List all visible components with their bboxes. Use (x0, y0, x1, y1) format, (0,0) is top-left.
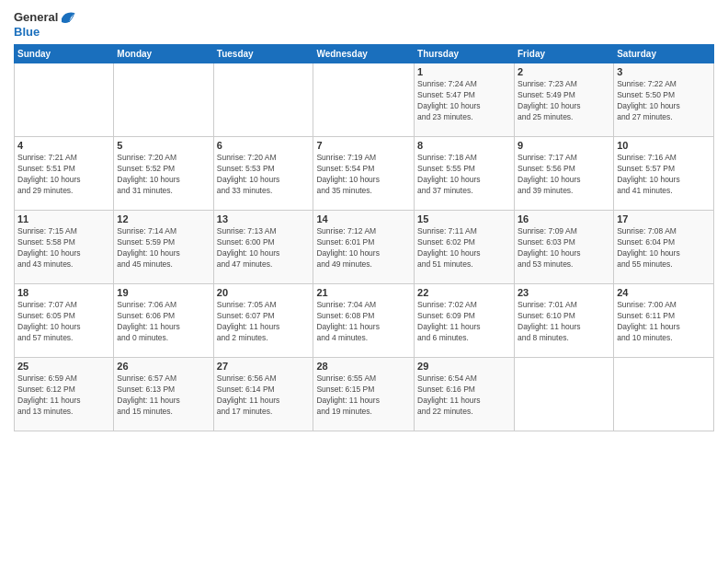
calendar: SundayMondayTuesdayWednesdayThursdayFrid… (14, 44, 714, 431)
day-info: Sunrise: 7:19 AMSunset: 5:54 PMDaylight:… (316, 153, 411, 197)
calendar-header-wednesday: Wednesday (313, 45, 415, 63)
calendar-cell: 22Sunrise: 7:02 AMSunset: 6:09 PMDayligh… (415, 284, 515, 358)
calendar-cell: 23Sunrise: 7:01 AMSunset: 6:10 PMDayligh… (515, 284, 614, 358)
calendar-cell (15, 63, 114, 137)
calendar-cell: 29Sunrise: 6:54 AMSunset: 6:16 PMDayligh… (415, 358, 515, 431)
calendar-week-2: 11Sunrise: 7:15 AMSunset: 5:58 PMDayligh… (15, 211, 714, 284)
calendar-cell: 8Sunrise: 7:18 AMSunset: 5:55 PMDaylight… (415, 137, 515, 211)
calendar-cell: 4Sunrise: 7:21 AMSunset: 5:51 PMDaylight… (15, 137, 114, 211)
calendar-header-sunday: Sunday (15, 45, 114, 63)
day-info: Sunrise: 7:11 AMSunset: 6:02 PMDaylight:… (417, 226, 511, 270)
day-info: Sunrise: 7:20 AMSunset: 5:52 PMDaylight:… (117, 153, 210, 197)
day-number: 28 (316, 361, 411, 372)
logo: General Blue (14, 9, 76, 39)
day-info: Sunrise: 7:07 AMSunset: 6:05 PMDaylight:… (17, 300, 110, 344)
calendar-cell (213, 63, 313, 137)
calendar-cell: 20Sunrise: 7:05 AMSunset: 6:07 PMDayligh… (213, 284, 313, 358)
calendar-cell: 17Sunrise: 7:08 AMSunset: 6:04 PMDayligh… (614, 211, 714, 284)
page: General Blue SundayMondayTuesdayWednesda… (0, 0, 728, 563)
calendar-cell: 28Sunrise: 6:55 AMSunset: 6:15 PMDayligh… (313, 358, 415, 431)
calendar-cell: 10Sunrise: 7:16 AMSunset: 5:57 PMDayligh… (614, 137, 714, 211)
calendar-cell (114, 63, 213, 137)
day-info: Sunrise: 6:57 AMSunset: 6:13 PMDaylight:… (117, 373, 210, 418)
day-number: 27 (217, 361, 311, 372)
day-info: Sunrise: 7:01 AMSunset: 6:10 PMDaylight:… (518, 300, 610, 344)
calendar-cell: 19Sunrise: 7:06 AMSunset: 6:06 PMDayligh… (114, 284, 213, 358)
day-info: Sunrise: 6:59 AMSunset: 6:12 PMDaylight:… (17, 373, 110, 418)
logo-general: General (14, 11, 58, 24)
calendar-cell: 3Sunrise: 7:22 AMSunset: 5:50 PMDaylight… (614, 63, 714, 137)
day-info: Sunrise: 7:14 AMSunset: 5:59 PMDaylight:… (117, 226, 210, 270)
day-number: 26 (117, 361, 210, 372)
day-info: Sunrise: 7:24 AMSunset: 5:47 PMDaylight:… (417, 79, 511, 123)
calendar-cell: 24Sunrise: 7:00 AMSunset: 6:11 PMDayligh… (614, 284, 714, 358)
calendar-header-monday: Monday (114, 45, 213, 63)
day-info: Sunrise: 7:17 AMSunset: 5:56 PMDaylight:… (518, 153, 610, 197)
day-info: Sunrise: 7:15 AMSunset: 5:58 PMDaylight:… (17, 226, 110, 270)
calendar-cell: 25Sunrise: 6:59 AMSunset: 6:12 PMDayligh… (15, 358, 114, 431)
calendar-cell: 2Sunrise: 7:23 AMSunset: 5:49 PMDaylight… (515, 63, 614, 137)
day-number: 9 (518, 140, 610, 151)
day-info: Sunrise: 7:08 AMSunset: 6:04 PMDaylight:… (617, 226, 711, 270)
day-number: 16 (518, 213, 610, 224)
calendar-header-row: SundayMondayTuesdayWednesdayThursdayFrid… (15, 45, 714, 63)
calendar-cell: 13Sunrise: 7:13 AMSunset: 6:00 PMDayligh… (213, 211, 313, 284)
calendar-week-0: 1Sunrise: 7:24 AMSunset: 5:47 PMDaylight… (15, 63, 714, 137)
calendar-week-4: 25Sunrise: 6:59 AMSunset: 6:12 PMDayligh… (15, 358, 714, 431)
day-number: 10 (617, 140, 711, 151)
day-number: 19 (117, 287, 210, 298)
day-number: 11 (17, 213, 110, 224)
day-info: Sunrise: 7:16 AMSunset: 5:57 PMDaylight:… (617, 153, 711, 197)
day-info: Sunrise: 7:09 AMSunset: 6:03 PMDaylight:… (518, 226, 610, 270)
day-number: 23 (518, 287, 610, 298)
day-number: 22 (417, 287, 511, 298)
day-number: 18 (17, 287, 110, 298)
day-number: 14 (316, 213, 411, 224)
header: General Blue (14, 9, 714, 39)
calendar-cell: 7Sunrise: 7:19 AMSunset: 5:54 PMDaylight… (313, 137, 415, 211)
logo-bird-icon (60, 9, 76, 26)
day-number: 24 (617, 287, 711, 298)
calendar-week-1: 4Sunrise: 7:21 AMSunset: 5:51 PMDaylight… (15, 137, 714, 211)
calendar-cell: 1Sunrise: 7:24 AMSunset: 5:47 PMDaylight… (415, 63, 515, 137)
calendar-cell: 5Sunrise: 7:20 AMSunset: 5:52 PMDaylight… (114, 137, 213, 211)
calendar-header-saturday: Saturday (614, 45, 714, 63)
day-number: 15 (417, 213, 511, 224)
calendar-cell: 12Sunrise: 7:14 AMSunset: 5:59 PMDayligh… (114, 211, 213, 284)
calendar-header-friday: Friday (515, 45, 614, 63)
day-info: Sunrise: 7:22 AMSunset: 5:50 PMDaylight:… (617, 79, 711, 123)
day-number: 3 (617, 66, 711, 77)
day-number: 25 (17, 361, 110, 372)
day-info: Sunrise: 7:21 AMSunset: 5:51 PMDaylight:… (17, 153, 110, 197)
day-info: Sunrise: 7:20 AMSunset: 5:53 PMDaylight:… (217, 153, 311, 197)
calendar-cell: 6Sunrise: 7:20 AMSunset: 5:53 PMDaylight… (213, 137, 313, 211)
day-info: Sunrise: 7:12 AMSunset: 6:01 PMDaylight:… (316, 226, 411, 270)
calendar-cell: 26Sunrise: 6:57 AMSunset: 6:13 PMDayligh… (114, 358, 213, 431)
day-number: 4 (17, 140, 110, 151)
day-number: 13 (217, 213, 311, 224)
calendar-cell: 9Sunrise: 7:17 AMSunset: 5:56 PMDaylight… (515, 137, 614, 211)
day-number: 29 (417, 361, 511, 372)
calendar-cell: 18Sunrise: 7:07 AMSunset: 6:05 PMDayligh… (15, 284, 114, 358)
calendar-cell: 14Sunrise: 7:12 AMSunset: 6:01 PMDayligh… (313, 211, 415, 284)
calendar-cell: 11Sunrise: 7:15 AMSunset: 5:58 PMDayligh… (15, 211, 114, 284)
day-number: 6 (217, 140, 311, 151)
day-info: Sunrise: 7:18 AMSunset: 5:55 PMDaylight:… (417, 153, 511, 197)
calendar-cell: 16Sunrise: 7:09 AMSunset: 6:03 PMDayligh… (515, 211, 614, 284)
day-number: 2 (518, 66, 610, 77)
calendar-cell (614, 358, 714, 431)
calendar-week-3: 18Sunrise: 7:07 AMSunset: 6:05 PMDayligh… (15, 284, 714, 358)
day-info: Sunrise: 6:54 AMSunset: 6:16 PMDaylight:… (417, 373, 511, 418)
logo-blue: Blue (14, 26, 76, 39)
calendar-header-tuesday: Tuesday (213, 45, 313, 63)
calendar-cell: 21Sunrise: 7:04 AMSunset: 6:08 PMDayligh… (313, 284, 415, 358)
day-info: Sunrise: 6:55 AMSunset: 6:15 PMDaylight:… (316, 373, 411, 418)
calendar-cell (515, 358, 614, 431)
calendar-cell: 15Sunrise: 7:11 AMSunset: 6:02 PMDayligh… (415, 211, 515, 284)
day-info: Sunrise: 7:04 AMSunset: 6:08 PMDaylight:… (316, 300, 411, 344)
day-info: Sunrise: 7:00 AMSunset: 6:11 PMDaylight:… (617, 300, 711, 344)
day-info: Sunrise: 7:05 AMSunset: 6:07 PMDaylight:… (217, 300, 311, 344)
day-number: 8 (417, 140, 511, 151)
calendar-header-thursday: Thursday (415, 45, 515, 63)
day-number: 7 (316, 140, 411, 151)
